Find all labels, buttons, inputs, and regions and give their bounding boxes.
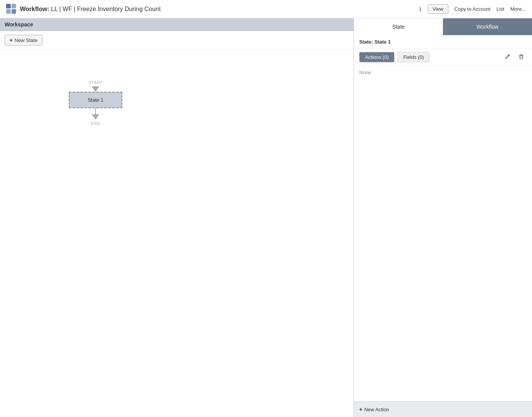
end-arrow-section	[92, 108, 99, 120]
trash-icon	[518, 54, 524, 60]
list-link[interactable]: List	[496, 6, 504, 12]
new-state-label: New State	[15, 37, 37, 43]
tab-state[interactable]: State	[354, 18, 443, 35]
svg-rect-1	[11, 4, 16, 8]
start-arrow-icon	[92, 86, 99, 92]
more-link[interactable]: More...	[511, 6, 526, 12]
workspace-toolbar: + New State	[0, 31, 354, 50]
new-action-label: New Action	[364, 407, 389, 412]
svg-rect-4	[520, 55, 523, 59]
header-right: ℹ View Copy to Account List More...	[419, 4, 526, 14]
app-logo-icon	[6, 4, 17, 15]
start-label: START	[88, 80, 103, 85]
info-icon[interactable]: ℹ	[419, 6, 422, 13]
workspace-header: Workspace	[0, 18, 354, 31]
new-action-button[interactable]: + New Action	[359, 406, 389, 412]
svg-rect-0	[6, 4, 11, 8]
end-label: END	[91, 121, 101, 126]
empty-state-text: None	[359, 70, 371, 75]
app-header: Workflow: LL | WF | Freeze Inventory Dur…	[0, 0, 532, 18]
new-action-plus-icon: +	[359, 406, 362, 412]
right-panel-content: State: State 1 Actions (0) Fields (0)	[354, 35, 532, 401]
page-title: Workflow: LL | WF | Freeze Inventory Dur…	[20, 6, 161, 13]
end-arrow-icon	[92, 114, 99, 120]
right-panel: State Workflow State: State 1 Actions (0…	[354, 18, 532, 417]
delete-state-button[interactable]	[516, 53, 527, 62]
right-panel-tabs: State Workflow	[354, 18, 532, 35]
view-button[interactable]: View	[428, 4, 448, 14]
workspace-canvas: START State 1 END	[0, 50, 354, 417]
edit-state-button[interactable]	[502, 53, 513, 62]
workspace-panel: Workspace + New State START State 1	[0, 18, 354, 417]
main-layout: Workspace + New State START State 1	[0, 18, 532, 417]
plus-icon: +	[10, 37, 13, 43]
state-diagram: START State 1 END	[69, 80, 122, 126]
svg-rect-3	[11, 9, 16, 14]
svg-rect-2	[6, 9, 11, 14]
fields-tab-button[interactable]: Fields (0)	[397, 52, 430, 62]
new-state-button[interactable]: + New State	[5, 35, 42, 45]
pencil-icon	[504, 54, 511, 60]
state-content-area: None	[354, 66, 532, 401]
header-left: Workflow: LL | WF | Freeze Inventory Dur…	[6, 4, 161, 15]
state-box[interactable]: State 1	[69, 92, 122, 108]
state-actions-bar: Actions (0) Fields (0)	[354, 49, 532, 66]
state-title: State: State 1	[354, 35, 532, 49]
right-panel-footer: + New Action	[354, 401, 532, 417]
arrow-line	[95, 108, 96, 114]
tab-workflow[interactable]: Workflow	[443, 18, 532, 35]
actions-tab-button[interactable]: Actions (0)	[359, 52, 394, 62]
copy-to-account-link[interactable]: Copy to Account	[454, 6, 491, 12]
